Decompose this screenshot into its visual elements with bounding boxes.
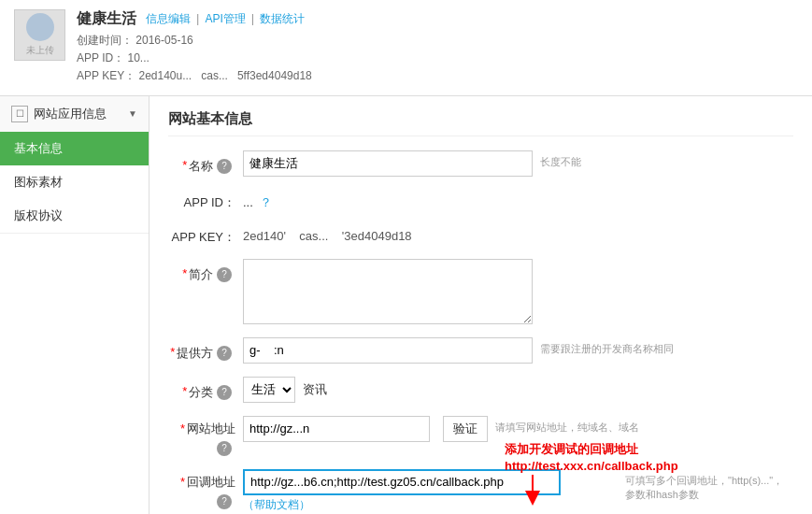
website-row: *网站地址 ? 验证 请填写网站地址，纯域名、域名 [168,416,793,456]
category-controls: 生活 资讯 娱乐 工具 资讯 [243,377,327,403]
callback-label: *回调地址 ? [168,469,243,509]
callback-input-area: （帮助文档） [243,469,618,513]
provider-row: *提供方 ? 需要跟注册的开发商名称相同 [168,337,793,364]
created-value: 2016-05-16 [135,34,192,47]
app-name: 健康生活 [77,9,136,29]
category-row: *分类 ? 生活 资讯 娱乐 工具 资讯 [168,377,793,403]
sidebar-section-header[interactable]: ☐ 网站应用信息 ▼ [0,96,149,132]
sidebar-icon: ☐ [11,106,28,122]
callback-input[interactable] [243,469,561,495]
name-row: *名称 ? 长度不能 [168,150,793,177]
app-key-header-row: APP KEY： 2ed140u... cas... 5ff3ed4049d18 [77,67,798,85]
sidebar-item-basic[interactable]: 基本信息 [0,132,149,165]
app-key-header-label: APP KEY： [77,69,135,82]
website-label: *网站地址 ? [168,416,243,456]
sidebar-section-label: 网站应用信息 [34,106,107,122]
app-key-label: APP KEY： [168,224,243,246]
app-info: 健康生活 信息编辑 | API管理 | 数据统计 创建时间： 2016-05-1… [77,9,798,86]
avatar-image [26,13,54,41]
category-select[interactable]: 生活 资讯 娱乐 工具 [243,377,295,403]
app-nav-links: 信息编辑 | API管理 | 数据统计 [146,11,305,27]
website-note: 请填写网站地址，纯域名、域名 [495,416,639,435]
callback-note: 可填写多个回调地址，"http(s)..."，参数和hash参数 [625,469,793,502]
app-key-row: APP KEY： 2ed140' cas... '3ed4049d18 [168,224,793,246]
main-layout: ☐ 网站应用信息 ▼ 基本信息 图标素材 版权协议 网站基本信息 *名称 ? [0,96,812,514]
desc-textarea[interactable] [243,259,533,324]
app-id-header-row: APP ID： 10... [77,50,798,67]
nav-info-edit[interactable]: 信息编辑 [146,11,191,27]
sidebar-item-icon-label: 图标素材 [14,175,63,189]
desc-help-icon[interactable]: ? [217,267,232,282]
content-area: 网站基本信息 *名称 ? 长度不能 APP ID： ... ？ APP KEY：… [150,96,812,514]
not-uploaded-label: 未上传 [26,44,54,57]
app-meta: 创建时间： 2016-05-16 APP ID： 10... APP KEY： … [77,32,798,86]
created-label: 创建时间： [77,34,133,47]
sidebar-section: ☐ 网站应用信息 ▼ 基本信息 图标素材 版权协议 [0,96,149,234]
required-star: * [182,158,187,172]
provider-input[interactable] [243,337,533,364]
name-note: 长度不能 [540,150,581,169]
section-title: 网站基本信息 [168,110,793,136]
callback-help-icon[interactable]: ? [217,494,232,509]
category-help-icon[interactable]: ? [217,385,232,400]
website-help-icon[interactable]: ? [217,441,232,456]
sidebar-item-icon[interactable]: 图标素材 [0,165,149,199]
nav-api-manage[interactable]: API管理 [205,11,245,27]
category-extra: 资讯 [303,381,327,398]
name-help-icon[interactable]: ? [217,159,232,174]
website-controls: 验证 [243,416,488,442]
app-id-header-value: 10... [127,51,149,64]
callback-row: *回调地址 ? （帮助文档） 可填写多个回调地址，"http(s)..."，参数… [168,469,793,513]
sidebar: ☐ 网站应用信息 ▼ 基本信息 图标素材 版权协议 [0,96,150,514]
verify-button[interactable]: 验证 [443,416,488,442]
created-row: 创建时间： 2016-05-16 [77,32,798,50]
app-title-row: 健康生活 信息编辑 | API管理 | 数据统计 [77,9,798,29]
app-id-row: APP ID： ... ？ [168,190,793,211]
top-header: 未上传 健康生活 信息编辑 | API管理 | 数据统计 创建时间： 2016-… [0,0,812,96]
category-label: *分类 ? [168,377,243,401]
separator1: | [196,11,199,27]
app-avatar: 未上传 [14,9,65,61]
desc-label: *简介 ? [168,259,243,283]
provider-label: *提供方 ? [168,337,243,362]
name-label: *名称 ? [168,150,243,175]
sidebar-item-basic-label: 基本信息 [14,141,63,155]
separator2: | [251,11,254,27]
sidebar-item-copyright-label: 版权协议 [14,208,63,222]
app-id-label: APP ID： [168,190,243,211]
desc-row: *简介 ? [168,259,793,324]
app-id-header-label: APP ID： [77,51,124,64]
app-key-value: 2ed140' cas... '3ed4049d18 [243,224,412,243]
provider-help-icon[interactable]: ? [217,346,232,361]
name-input[interactable] [243,150,533,177]
help-doc-link[interactable]: （帮助文档） [243,497,618,513]
nav-data-stats[interactable]: 数据统计 [260,11,305,27]
chevron-down-icon: ▼ [128,108,137,119]
app-key-header-value: 2ed140u... cas... 5ff3ed4049d18 [138,69,311,82]
sidebar-item-copyright[interactable]: 版权协议 [0,199,149,233]
app-id-value: ... ？ [243,190,272,211]
website-input[interactable] [243,416,430,442]
provider-note: 需要跟注册的开发商名称相同 [540,337,674,356]
